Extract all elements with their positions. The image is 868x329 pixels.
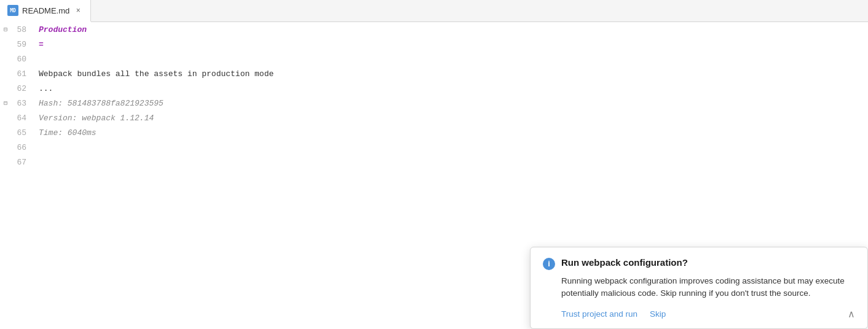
tab-close-button[interactable]: × [73, 6, 83, 15]
trust-and-run-button[interactable]: Trust project and run [561, 309, 637, 319]
line-number-58: ⊟58 [0, 22, 34, 37]
popup-body: Running webpack configuration improves c… [543, 275, 855, 300]
code-line-58: Production [39, 22, 868, 37]
code-line-63: Hash: 581483788fa821923595 [39, 96, 868, 110]
fold-icon-58[interactable]: ⊟ [4, 26, 7, 33]
info-icon: i [543, 258, 555, 270]
line-number-64: 64 [0, 110, 34, 125]
code-line-62: ... [39, 81, 868, 96]
line-number-63: ⊟63 [0, 96, 34, 110]
line-number-65: 65 [0, 125, 34, 140]
editor-container: MD README.md × ⊟5859606162⊟6364656667 Pr… [0, 0, 868, 329]
line-number-62: 62 [0, 81, 34, 96]
fold-icon-63[interactable]: ⊟ [4, 99, 7, 107]
skip-button[interactable]: Skip [650, 309, 666, 319]
code-line-66 [39, 140, 868, 155]
code-line-67 [39, 155, 868, 169]
popup-buttons: Trust project and run Skip [561, 309, 666, 319]
line-number-66: 66 [0, 140, 34, 155]
code-line-65: Time: 6040ms [39, 125, 868, 140]
line-number-67: 67 [0, 155, 34, 169]
line-number-60: 60 [0, 52, 34, 66]
code-line-61: Webpack bundles all the assets in produc… [39, 66, 868, 81]
popup-actions: Trust project and run Skip ∧ [543, 308, 855, 320]
line-number-59: 59 [0, 37, 34, 52]
line-numbers: ⊟5859606162⊟6364656667 [0, 22, 34, 329]
line-number-61: 61 [0, 66, 34, 81]
readme-tab[interactable]: MD README.md × [0, 0, 91, 22]
file-type-icon: MD [7, 5, 18, 16]
code-line-64: Version: webpack 1.12.14 [39, 110, 868, 125]
popup-header: i Run webpack configuration? [543, 257, 855, 270]
code-line-59: = [39, 37, 868, 52]
editor-body: ⊟5859606162⊟6364656667 Production=Webpac… [0, 22, 868, 329]
popup-close-button[interactable]: ∧ [848, 308, 855, 320]
tab-filename: README.md [22, 6, 69, 15]
tab-bar: MD README.md × [0, 0, 868, 22]
popup-title: Run webpack configuration? [561, 257, 688, 268]
webpack-config-popup: i Run webpack configuration? Running web… [530, 247, 868, 330]
code-line-60 [39, 52, 868, 66]
